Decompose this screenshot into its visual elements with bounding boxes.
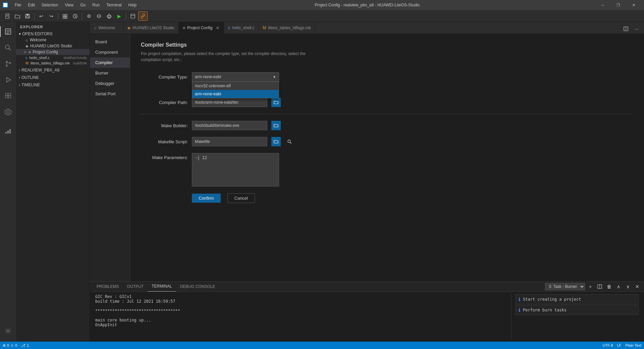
activity-explorer[interactable]	[0, 23, 16, 40]
status-language[interactable]: Plain Text	[626, 343, 642, 347]
toolbar-btn-8[interactable]	[128, 11, 138, 21]
toolbar-undo[interactable]: ↩	[37, 11, 46, 21]
status-encoding[interactable]: UTF-8	[602, 343, 613, 347]
toolbar-run[interactable]: ▶	[114, 11, 124, 21]
config-nav-board[interactable]: Board	[90, 37, 130, 47]
compiler-type-dropdown[interactable]: arm-none-eabi ▼	[192, 72, 279, 82]
terminal-close-btn[interactable]: ✕	[633, 283, 641, 291]
make-params-textarea[interactable]: -j 12	[192, 153, 279, 187]
toolbar-redo[interactable]: ↪	[47, 11, 56, 21]
makefile-script-search[interactable]	[285, 137, 294, 146]
config-nav-serial-port[interactable]: Serial Port	[90, 89, 130, 99]
minimize-button[interactable]: ─	[595, 0, 610, 10]
terminal-down-btn[interactable]: ∨	[624, 283, 632, 291]
dropdown-option-riscv[interactable]: riscv32-unknown-elf	[192, 82, 279, 90]
toolbar-open-folder[interactable]	[13, 11, 22, 21]
menu-edit[interactable]: Edit	[25, 2, 38, 8]
divider-1	[141, 114, 633, 114]
tab-project-config-close[interactable]: ✕	[216, 25, 220, 31]
makefile-script-input[interactable]	[192, 137, 267, 146]
toolbar-btn-5[interactable]: ⚙	[84, 11, 94, 21]
toolbar-btn-3[interactable]	[60, 11, 70, 21]
start-creating-project-action[interactable]: ℹ Start creating a project	[516, 294, 639, 304]
compiler-path-input[interactable]	[192, 98, 267, 107]
open-editors-header[interactable]: ▾ OPEN EDITORS	[16, 31, 90, 37]
status-errors[interactable]: ⊗ 0 ⚠ 0	[3, 343, 17, 348]
tab-split-editor[interactable]	[621, 24, 631, 34]
makefile-script-browse[interactable]	[271, 137, 281, 146]
svg-rect-5	[26, 14, 29, 15]
menu-selection[interactable]: Selection	[39, 2, 61, 8]
toolbar-btn-7[interactable]: ⏻	[104, 11, 114, 21]
toolbar-link-active[interactable]	[138, 11, 148, 21]
dropdown-option-arm[interactable]: arm-none-eabi	[192, 90, 279, 98]
config-nav-compiler[interactable]: Compiler	[90, 57, 130, 68]
menu-file[interactable]: File	[12, 2, 24, 8]
menu-bar: File Edit Selection View Go Run Terminal…	[12, 2, 139, 8]
tab-welcome[interactable]: ⌂ Welcome	[90, 22, 123, 34]
sidebar-welcome[interactable]: ⌂ Welcome	[16, 37, 90, 43]
sidebar-huawei-studio[interactable]: ◈ HUAWEI LiteOS Studio	[16, 43, 90, 49]
terminal-split-btn[interactable]	[596, 283, 604, 291]
compiler-settings-description: For project compilation, please select t…	[141, 51, 633, 63]
terminal-trash-btn[interactable]: 🗑	[605, 283, 613, 291]
menu-terminal[interactable]: Terminal	[104, 2, 124, 8]
tab-project-config[interactable]: ≡ Project Config ✕	[179, 22, 224, 34]
confirm-button[interactable]: Confirm	[192, 194, 221, 203]
toolbar-new-file[interactable]	[3, 11, 12, 21]
terminal-tab-output[interactable]: OUTPUT	[123, 282, 148, 292]
activity-extensions[interactable]	[0, 88, 16, 104]
start-project-info-icon: ℹ	[519, 297, 520, 302]
cancel-button[interactable]: Cancel	[227, 193, 255, 203]
tab-liteos-label: liteos_tables_ldflags.mk	[268, 26, 311, 30]
activity-debug[interactable]	[0, 72, 16, 88]
close-button[interactable]: ✕	[626, 0, 641, 10]
tab-hello-shell[interactable]: c hello_shell.c	[224, 22, 259, 34]
activity-huawei[interactable]	[0, 104, 16, 120]
svg-line-41	[290, 142, 291, 144]
timeline-header[interactable]: › TIMELINE	[16, 82, 90, 88]
terminal-up-btn[interactable]: ∧	[614, 283, 623, 291]
activity-search[interactable]	[0, 40, 16, 56]
config-nav-debugger[interactable]: Debugger	[90, 78, 130, 89]
sidebar-hello-shell[interactable]: c hello_shell.c shell\src\cmds	[16, 55, 90, 60]
status-branch[interactable]: ⎇ 1	[21, 343, 29, 348]
close-project-config-icon[interactable]: ✕	[23, 50, 27, 54]
compiler-path-label: Compiler Path:	[141, 100, 188, 105]
branch-count: 1	[27, 343, 29, 347]
config-nav-component[interactable]: Component	[90, 47, 130, 57]
make-builder-input[interactable]	[192, 121, 267, 130]
warning-count: 0	[15, 343, 17, 347]
config-nav-burner[interactable]: Burner	[90, 68, 130, 78]
svg-point-22	[5, 45, 9, 49]
menu-run[interactable]: Run	[90, 2, 102, 8]
activity-charts[interactable]	[0, 123, 16, 139]
menu-help[interactable]: Help	[126, 2, 140, 8]
sidebar-liteos-tables[interactable]: M liteos_tables_ldflags.mk build\mk	[16, 60, 90, 66]
terminal-tab-problems[interactable]: PROBLEMS	[93, 282, 123, 292]
terminal-tab-terminal[interactable]: TERMINAL	[148, 282, 176, 292]
toolbar-btn-6[interactable]	[94, 11, 104, 21]
maximize-button[interactable]: ❐	[610, 0, 626, 10]
compiler-path-browse[interactable]	[271, 98, 281, 107]
sidebar-project-config[interactable]: ✕ ≡ Project Config	[16, 49, 90, 55]
menu-go[interactable]: Go	[77, 2, 88, 8]
realview-header[interactable]: › REALVIEW_PBX_A9	[16, 67, 90, 73]
status-eol[interactable]: LF	[617, 343, 622, 347]
make-builder-browse[interactable]	[271, 121, 281, 130]
terminal-task-dropdown[interactable]: 3: Task - Burner	[545, 283, 585, 290]
menu-view[interactable]: View	[62, 2, 76, 8]
activity-settings[interactable]	[0, 323, 16, 339]
terminal-line-3	[95, 304, 507, 308]
toolbar-save[interactable]	[23, 11, 32, 21]
toolbar-btn-4[interactable]	[70, 11, 80, 21]
activity-git[interactable]	[0, 56, 16, 72]
terminal-add-btn[interactable]: +	[586, 283, 594, 291]
tab-huawei[interactable]: ◈ HUAWEI LiteOS Studio	[123, 22, 179, 34]
tab-liteos-tables[interactable]: M liteos_tables_ldflags.mk	[259, 22, 315, 34]
terminal-tab-debug[interactable]: DEBUG CONSOLE	[176, 282, 219, 292]
outline-header[interactable]: › OUTLINE	[16, 74, 90, 81]
perform-burn-action[interactable]: ℹ Perform burn tasks	[516, 305, 639, 315]
terminal-line-4: ***********************************	[95, 308, 507, 313]
tab-more-options[interactable]: ···	[632, 24, 641, 34]
